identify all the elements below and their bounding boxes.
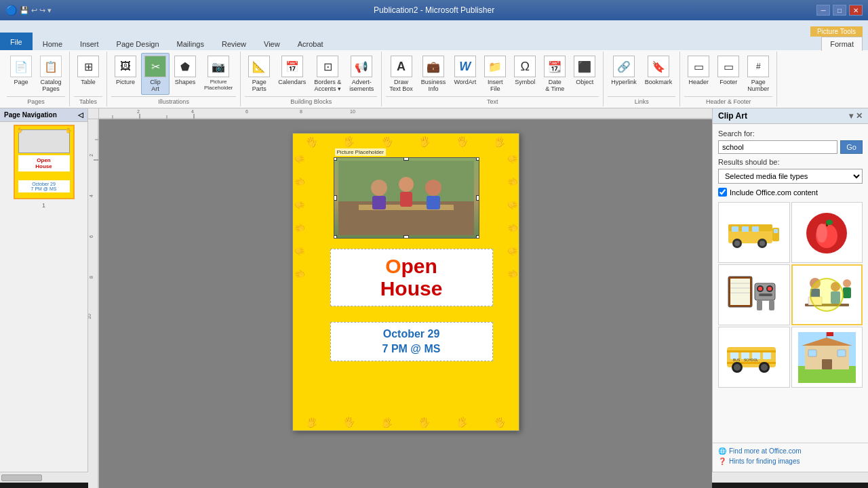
group-pages-label: Pages [7,96,65,105]
btn-page-number[interactable]: # PageNumber [744,53,772,95]
clip-item-6[interactable] [791,327,863,388]
tab-acrobat[interactable]: Acrobat [289,37,332,50]
svg-rect-58 [769,300,774,310]
svg-rect-38 [774,229,778,233]
picture-placeholder-label: Picture Placeholder [335,148,386,156]
photo-frame[interactable] [334,157,479,239]
page-nav-collapse[interactable]: ◁ [78,111,83,119]
btn-object[interactable]: ⬛ Object [570,53,599,88]
svg-rect-70 [727,350,776,352]
svg-point-79 [734,364,741,371]
btn-picture-placeholder[interactable]: 📷 PicturePlaceholder [201,53,236,94]
clip-item-5[interactable]: BUS SCHOOL [718,327,790,388]
btn-footer[interactable]: ▭ Footer [714,53,743,88]
clip-item-1[interactable] [718,202,790,263]
results-label: Results should be: [718,158,863,166]
svg-rect-75 [763,352,771,359]
btn-draw-text[interactable]: A DrawText Box [386,53,416,95]
tab-home[interactable]: Home [34,37,71,50]
btn-date-time[interactable]: 📆 Date& Time [540,53,569,95]
minimize-button[interactable]: ─ [816,5,830,16]
btn-insert-file[interactable]: 📁 InsertFile [481,53,509,95]
include-checkbox[interactable] [718,188,727,197]
include-checkbox-row: Include Office.com content [718,188,863,197]
btn-catalog-pages[interactable]: 📋 CatalogPages [37,53,65,95]
open-house-textbox[interactable]: Open House [330,249,493,306]
btn-picture[interactable]: 🖼 Picture [111,53,140,88]
tab-view[interactable]: View [255,37,289,50]
hints-link[interactable]: ❓ Hints for finding images [718,458,863,465]
btn-wordart[interactable]: W WordArt [450,53,479,88]
hints-help-icon: ❓ [718,458,726,465]
svg-rect-24 [400,192,412,207]
open-house-text: Open [336,255,487,277]
document-canvas[interactable]: 🖐 🖐 🖐 🖐 🖐 🖐 🖐 🖐 🖐 🖐 🖐 � [99,119,712,488]
btn-page-parts[interactable]: 📐 PageParts [245,53,273,95]
group-building-blocks-label: Building Blocks [245,96,377,105]
close-button[interactable]: ✕ [849,5,863,16]
btn-hyperlink[interactable]: 🔗 Hyperlink [608,53,640,88]
clip-art-panel: Clip Art ▾ ✕ Search for: Go Results shou… [712,108,868,472]
svg-text:BUS: BUS [733,358,741,362]
btn-bookmark[interactable]: 🔖 Bookmark [642,53,676,88]
date-textbox[interactable]: October 29 7 PM @ MS [330,322,493,361]
ribbon: File Home Insert Page Design Mailings Re… [0,20,868,108]
btn-header[interactable]: ▭ Header [684,53,713,88]
results-dropdown[interactable]: Selected media file types [718,169,863,184]
tab-format[interactable]: Format [821,37,863,51]
office-globe-icon: 🌐 [718,447,726,455]
title-bar-controls[interactable]: ─ □ ✕ [816,5,863,16]
find-more-link[interactable]: 🌐 Find more at Office.com [718,447,863,455]
tab-file[interactable]: File [0,33,33,50]
btn-shapes[interactable]: ⬟ Shapes [171,53,199,88]
clip-item-3[interactable] [718,264,790,325]
svg-rect-47 [730,279,750,305]
tab-review[interactable]: Review [213,37,255,50]
svg-point-21 [371,180,387,196]
group-pages: 📄 Page 📋 CatalogPages Pages [3,52,70,106]
svg-rect-56 [759,293,772,296]
panel-options-icon[interactable]: ▾ [849,111,853,121]
btn-table[interactable]: ⊞ Table [74,53,102,88]
tab-insert[interactable]: Insert [71,37,108,50]
group-text-label: Text [386,96,599,105]
maximize-button[interactable]: □ [833,5,846,16]
svg-rect-26 [427,196,440,209]
page-thumbnail-1[interactable]: OpenHouse October 297 PM @ MS ✋ ✋ [14,125,75,199]
go-button[interactable]: Go [840,140,863,154]
quick-access: 💾 ↩ ↪ ▾ [20,6,52,15]
btn-advertisements[interactable]: 📢 Advert-isements [346,53,377,95]
page-nav-content: OpenHouse October 297 PM @ MS ✋ ✋ 1 [0,122,87,211]
search-input[interactable] [718,140,837,154]
btn-page[interactable]: 📄 Page [7,53,35,88]
panel-title: Clip Art [718,111,747,121]
picture-tools-label: Picture Tools [810,26,863,37]
btn-calendars[interactable]: 📅 Calendars [275,53,309,88]
clip-art-grid: BUS SCHOOL [718,202,863,388]
clip-item-4[interactable] [791,264,863,325]
btn-clipart[interactable]: ✂ ClipArt [141,53,170,95]
search-row: Go [718,140,863,154]
svg-point-36 [760,241,765,246]
btn-borders[interactable]: ⊡ Borders &Accents ▾ [311,53,344,95]
svg-rect-31 [742,226,749,232]
ruler-vertical: 2 4 6 8 10 [88,119,99,488]
page-nav-header: Page Navigation ◁ [0,108,87,122]
group-tables-label: Tables [74,96,102,105]
tab-page-design[interactable]: Page Design [108,37,168,50]
main-layout: Page Navigation ◁ OpenHouse October 297 … [0,108,868,472]
btn-business-info[interactable]: 💼 BusinessInfo [418,53,450,95]
group-illustrations-label: Illustrations [111,96,236,105]
time-text: 7 PM @ MS [336,343,487,355]
panel-close-icon[interactable]: ✕ [856,111,863,121]
svg-text:2: 2 [137,109,140,114]
btn-symbol[interactable]: Ω Symbol [511,53,539,88]
clip-item-2[interactable] [791,202,863,263]
page-number-label: 1 [3,202,85,209]
title-bar: 🔵 💾 ↩ ↪ ▾ Publication2 - Microsoft Publi… [0,0,868,20]
panel-header: Clip Art ▾ ✕ [713,108,868,124]
svg-point-34 [734,241,740,246]
group-illustrations: 🖼 Picture ✂ ClipArt ⬟ Shapes 📷 PicturePl… [107,52,241,106]
app-icon: 🔵 [5,5,17,16]
tab-mailings[interactable]: Mailings [168,37,213,50]
